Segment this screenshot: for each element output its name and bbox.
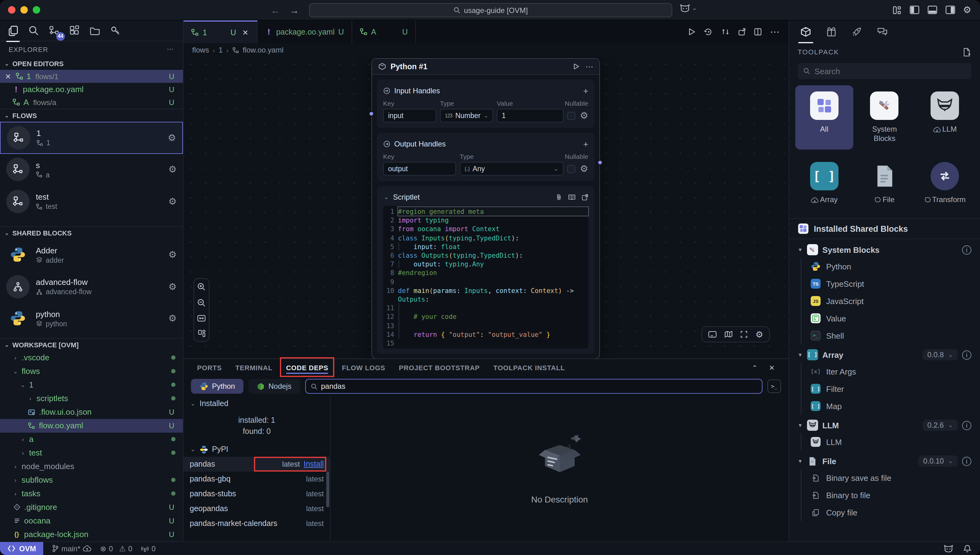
tree-item[interactable]: oocanaU xyxy=(0,514,183,528)
group-llm[interactable]: ▼ LLM 0.2.6⌄ i xyxy=(789,417,980,433)
tile-llm[interactable]: LLM xyxy=(916,85,974,149)
close-panel-icon[interactable]: ✕ xyxy=(769,364,775,372)
toggle-sidebar-right-icon[interactable] xyxy=(945,6,955,14)
gear-icon[interactable]: ⚙ xyxy=(168,132,176,143)
tab-ports[interactable]: PORTS xyxy=(197,362,222,374)
shared-block-card[interactable]: python python ⚙ xyxy=(0,303,183,334)
code-editor[interactable]: 1#region generated meta 2import typing 3… xyxy=(383,206,588,349)
ports-status[interactable]: 0 xyxy=(141,544,155,553)
canvas-settings-gear-icon[interactable]: ⚙ xyxy=(756,329,763,339)
tab-toolpack-install[interactable]: TOOLPACK INSTALL xyxy=(493,362,565,374)
block-item-copy-file[interactable]: Copy file xyxy=(801,504,980,521)
tree-item[interactable]: ›test xyxy=(0,446,183,460)
toggle-sidebar-left-icon[interactable] xyxy=(909,6,919,14)
nodejs-filter-button[interactable]: Nodejs xyxy=(249,379,300,394)
explorer-view-icon[interactable] xyxy=(6,22,20,38)
toolpack-search-input[interactable] xyxy=(814,66,966,76)
search-view-icon[interactable] xyxy=(27,22,40,38)
package-row[interactable]: pandas-stubslatest xyxy=(184,486,330,501)
install-link[interactable]: Install xyxy=(304,460,324,468)
back-icon[interactable]: ← xyxy=(271,5,280,15)
group-array[interactable]: ▼ [ ] Array 0.0.8⌄ i xyxy=(789,347,980,363)
auto-layout-icon[interactable] xyxy=(197,329,205,337)
open-editor-item[interactable]: A flows/a U xyxy=(0,96,183,109)
shared-blocks-header[interactable]: ⌄ SHARED BLOCKS xyxy=(0,226,183,239)
fit-view-icon[interactable] xyxy=(197,314,206,322)
version-select[interactable]: 0.0.10⌄ xyxy=(918,456,958,467)
add-output-icon[interactable]: + xyxy=(583,139,588,149)
rocket-tab-icon[interactable] xyxy=(852,21,862,43)
split-editor-icon[interactable] xyxy=(754,28,762,36)
workspace-section-header[interactable]: ⌄ WORKSPACE [OVM] xyxy=(0,338,183,351)
run-icon[interactable] xyxy=(688,28,696,36)
package-row[interactable]: pandas-market-calendarslatest xyxy=(184,516,330,531)
toggle-panel-icon[interactable] xyxy=(927,6,937,14)
zoom-window-button[interactable] xyxy=(33,6,40,14)
gear-icon[interactable]: ⚙ xyxy=(168,249,177,260)
customize-layout-icon[interactable] xyxy=(892,5,901,14)
block-item-map[interactable]: [ ] Map xyxy=(801,398,980,415)
git-branch-status[interactable]: main* xyxy=(52,544,91,553)
open-editors-header[interactable]: ⌄ OPEN EDITORS xyxy=(0,57,183,70)
tree-item[interactable]: ›node_modules xyxy=(0,460,183,473)
block-item-binary-save-as-file[interactable]: Binary save as file xyxy=(801,469,980,486)
block-item-llm[interactable]: LLM xyxy=(801,433,980,451)
flows-section-header[interactable]: ⌄ FLOWS xyxy=(0,109,183,122)
copilot-status-icon[interactable] xyxy=(943,544,953,553)
package-row[interactable]: geopandaslatest xyxy=(184,501,330,516)
input-key-field[interactable]: input xyxy=(383,109,436,122)
tile-array[interactable]: [ ] Array xyxy=(795,156,853,211)
tab-terminal[interactable]: TERMINAL xyxy=(235,362,272,374)
tab-flow-logs[interactable]: FLOW LOGS xyxy=(342,362,385,374)
tree-item[interactable]: ›a xyxy=(0,433,183,446)
more-actions-icon[interactable]: ⋯ xyxy=(770,26,780,38)
toolpack-tab-icon[interactable] xyxy=(800,21,811,43)
close-window-button[interactable] xyxy=(8,6,16,14)
tab-project-bootstrap[interactable]: PROJECT BOOTSTRAP xyxy=(399,362,480,374)
pypi-group-header[interactable]: ⌄ PyPI xyxy=(184,442,330,457)
explorer-more-icon[interactable]: ⋯ xyxy=(167,45,174,53)
block-item-javascript[interactable]: JS JavaScript xyxy=(801,292,980,310)
tile-file[interactable]: File xyxy=(855,156,913,211)
fullscreen-icon[interactable] xyxy=(741,330,748,338)
rerun-icon[interactable] xyxy=(704,28,713,36)
folder-view-icon[interactable] xyxy=(88,22,101,38)
command-center-search[interactable]: usage-guide [OVM] xyxy=(309,3,672,17)
reader-icon[interactable] xyxy=(568,194,576,201)
tree-item[interactable]: .flow.ui.oo.jsonU xyxy=(0,406,183,419)
deps-search-input[interactable] xyxy=(321,382,757,391)
tree-item[interactable]: ›tasks xyxy=(0,487,183,500)
flow-card[interactable]: test test ⚙ xyxy=(0,185,183,217)
console-panel-icon[interactable] xyxy=(708,330,717,338)
flow-card[interactable]: 1 1 ⚙ xyxy=(0,122,183,154)
notifications-bell-icon[interactable] xyxy=(963,544,971,553)
python-filter-button[interactable]: Python xyxy=(191,379,244,394)
open-editor-item[interactable]: ! package.oo.yaml U xyxy=(0,83,183,96)
tree-item[interactable]: ›scriptlets xyxy=(0,392,183,406)
node-run-icon[interactable] xyxy=(572,63,579,70)
nullable-checkbox[interactable] xyxy=(567,112,575,120)
installed-group-header[interactable]: ⌄ Installed xyxy=(184,396,330,411)
input-type-select[interactable]: 123Number⌄ xyxy=(440,109,493,122)
minimize-window-button[interactable] xyxy=(21,6,28,14)
info-icon[interactable]: i xyxy=(962,350,971,359)
settings-gear-icon[interactable]: ⚙ xyxy=(963,4,971,16)
maximize-panel-icon[interactable]: ⌃ xyxy=(752,364,758,372)
forward-icon[interactable]: → xyxy=(290,5,299,15)
list-scrollbar-thumb[interactable] xyxy=(326,472,329,507)
node-python-1[interactable]: Python #1 ⋯ Input Handles + xyxy=(372,58,600,358)
shared-block-card[interactable]: advanced-flow advanced-flow ⚙ xyxy=(0,271,183,303)
tab-flow-1[interactable]: 1 U ✕ xyxy=(184,21,258,43)
open-external-icon[interactable] xyxy=(581,194,588,201)
gear-icon[interactable]: ⚙ xyxy=(580,110,588,121)
output-connector-dot[interactable] xyxy=(597,159,603,166)
tile-all[interactable]: All xyxy=(795,85,853,149)
nullable-checkbox[interactable] xyxy=(567,165,575,173)
problems-status[interactable]: ⊗0 ⚠0 xyxy=(100,544,132,553)
chat-tab-icon[interactable] xyxy=(877,21,888,43)
group-system-blocks[interactable]: ▼ System Blocks i xyxy=(789,242,980,258)
tab-code-deps[interactable]: CODE DEPS xyxy=(286,362,328,374)
block-item-value[interactable]: Value xyxy=(801,310,980,327)
add-input-icon[interactable]: + xyxy=(583,86,588,96)
block-item-typescript[interactable]: TS TypeScript xyxy=(801,275,980,292)
